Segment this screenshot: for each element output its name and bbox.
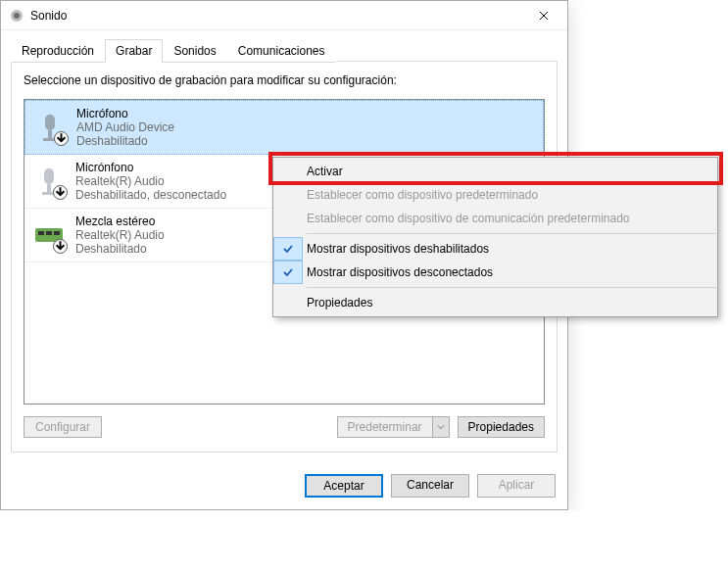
menu-label: Mostrar dispositivos desconectados — [307, 265, 493, 279]
sound-card-icon — [32, 218, 66, 252]
menu-properties[interactable]: Propiedades — [273, 291, 717, 314]
microphone-icon — [32, 165, 66, 198]
tab-record[interactable]: Grabar — [105, 39, 163, 63]
menu-show-disconnected[interactable]: Mostrar dispositivos desconectados — [273, 261, 717, 284]
down-arrow-icon — [54, 131, 69, 146]
menu-separator — [307, 287, 716, 288]
check-icon — [273, 237, 303, 261]
tab-strip: Reproducción Grabar Sonidos Comunicacion… — [11, 38, 558, 62]
window-title: Sonido — [30, 9, 521, 23]
device-name: Micrónfono — [75, 161, 226, 174]
app-icon — [9, 8, 24, 24]
chevron-down-icon — [432, 416, 450, 438]
device-status: Deshabilitado, desconectado — [75, 188, 226, 202]
set-default-button: Predeterminar — [337, 416, 432, 438]
configure-button: Configurar — [24, 416, 102, 438]
context-menu: Activar Establecer como dispositivo pred… — [272, 157, 718, 317]
menu-activate[interactable]: Activar — [273, 160, 717, 183]
down-arrow-icon — [53, 239, 68, 254]
menu-set-default-comm: Establecer como dispositivo de comunicac… — [273, 207, 717, 230]
device-item-microphone-amd[interactable]: Micrófono AMD Audio Device Deshabilitado — [24, 100, 544, 155]
apply-button: Aplicar — [477, 474, 556, 498]
tab-sounds[interactable]: Sonidos — [163, 39, 226, 63]
svg-rect-9 — [38, 231, 44, 235]
device-text: Micrónfono Realtek(R) Audio Deshabilitad… — [75, 161, 226, 202]
menu-separator — [307, 233, 716, 234]
svg-rect-11 — [54, 231, 60, 235]
device-text: Micrófono AMD Audio Device Deshabilitado — [76, 107, 174, 148]
tab-communications[interactable]: Comunicaciones — [227, 39, 336, 63]
tab-playback[interactable]: Reproducción — [11, 39, 105, 63]
device-text: Mezcla estéreo Realtek(R) Audio Deshabil… — [75, 214, 165, 256]
device-name: Mezcla estéreo — [75, 214, 165, 228]
dialog-buttons: Aceptar Cancelar Aplicar — [1, 464, 567, 509]
titlebar: Sonido — [1, 1, 567, 30]
device-name: Micrófono — [76, 107, 174, 120]
menu-set-default: Establecer como dispositivo predetermina… — [273, 183, 717, 207]
ok-button[interactable]: Aceptar — [305, 474, 383, 498]
microphone-icon — [33, 111, 67, 144]
menu-label: Mostrar dispositivos deshabilitados — [307, 242, 489, 256]
device-driver: Realtek(R) Audio — [75, 228, 165, 242]
set-default-split-button: Predeterminar — [337, 416, 450, 438]
cancel-button[interactable]: Cancelar — [391, 474, 469, 498]
device-status: Deshabilitado — [75, 242, 165, 256]
check-icon — [273, 261, 303, 284]
svg-rect-3 — [48, 130, 52, 138]
menu-show-disabled[interactable]: Mostrar dispositivos deshabilitados — [273, 237, 717, 261]
instruction-text: Seleccione un dispositivo de grabación p… — [24, 73, 545, 87]
svg-rect-6 — [47, 184, 51, 192]
svg-rect-2 — [45, 115, 55, 130]
device-driver: AMD Audio Device — [76, 120, 174, 134]
properties-button[interactable]: Propiedades — [458, 416, 545, 438]
device-driver: Realtek(R) Audio — [75, 174, 226, 188]
close-button[interactable] — [521, 2, 565, 29]
svg-point-1 — [14, 13, 20, 19]
svg-rect-10 — [46, 231, 52, 235]
svg-rect-5 — [44, 168, 54, 184]
device-status: Deshabilitado — [76, 134, 174, 148]
down-arrow-icon — [53, 185, 68, 200]
panel-buttons: Configurar Predeterminar Propiedades — [24, 416, 545, 438]
